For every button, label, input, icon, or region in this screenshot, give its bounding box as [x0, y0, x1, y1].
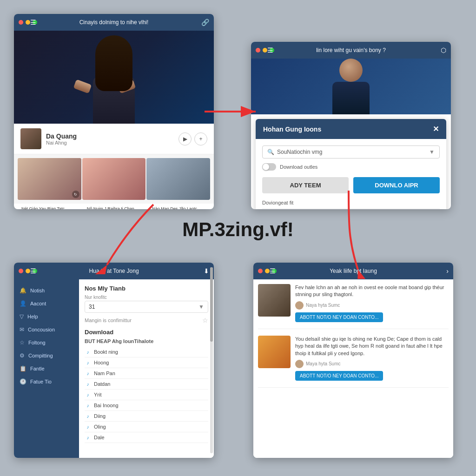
favorite-icon[interactable]: ☆ [202, 317, 208, 324]
dropdown-icon: ▼ [198, 304, 204, 310]
star-icon-sidebar: ☆ [20, 339, 25, 346]
search-row[interactable]: 🔍 SouNatiochin vmg ▼ [262, 145, 440, 159]
sidebar-item-notish[interactable]: 🔔 Notish [14, 284, 79, 297]
sidebar-item-fatue-tio[interactable]: 🕐 Fatue Tio [14, 375, 79, 388]
close-button-br[interactable] [258, 269, 263, 273]
toggle-row: Download outles [262, 163, 440, 171]
sidebar-label-foltong: Foltong [28, 340, 46, 345]
next-icon-br[interactable]: › [446, 267, 449, 275]
hamburger-icon-br[interactable]: ☰ [270, 267, 276, 275]
main-content: Nos Mly Tianb Nur knofitc 31 ▼ Mangin is… [79, 279, 214, 458]
hamburger-icon-tr[interactable]: ☰ [267, 46, 273, 54]
help-icon: ▽ [20, 313, 24, 320]
download-bundle-title: BUT HEAP Ahg IounTihalote [85, 338, 208, 344]
sidebar-item-account[interactable]: 👤 Aacont [14, 297, 79, 310]
window-title-tr: lin lore wiht gu vain's bony ? [256, 47, 446, 53]
feed-content: Fev hale Ichn an ah ae noh in ovest ee o… [253, 279, 453, 458]
close-button-bl[interactable] [19, 269, 23, 273]
feed-thumb-1 [258, 284, 291, 317]
share-icon[interactable]: 🔗 [201, 19, 209, 26]
user-icon: 👤 [20, 300, 26, 307]
download-item-3[interactable]: ♪ Nam Pan [85, 368, 208, 379]
window-top-left: ☰ Cinayis dolnimg to nihe vlhi! 🔗 [14, 14, 214, 209]
media-item-1[interactable]: ↻ [18, 158, 81, 200]
music-icon-4: ♪ [85, 381, 91, 387]
media-item-3[interactable] [146, 158, 210, 200]
feed-author-row-2: Maya hyta Sumc [295, 360, 449, 368]
close-button[interactable] [19, 20, 23, 25]
download-item-1[interactable]: ♪ Bookt ning [85, 347, 208, 357]
feed-desc-2: You delsaïl shie gu iqe ls ohing ne Kung… [295, 336, 449, 357]
arrow-tl-to-tr [200, 93, 260, 130]
field-row[interactable]: 31 ▼ [85, 301, 208, 313]
media-grid: ↻ [14, 154, 214, 204]
profile-name: Da Quang [46, 132, 174, 140]
feed-author-row-1: Naya hyta Sumc [295, 301, 449, 310]
add-button[interactable]: + [194, 132, 207, 145]
music-icon-2: ♪ [85, 359, 91, 366]
feed-action-btn-2[interactable]: ABOTT NOT/O NEY DOAN CONTO... [295, 371, 383, 381]
download-item-7[interactable]: ♪ Diing [85, 411, 208, 422]
media-col-1: Nét Giáo Yau Rian Tatc thathjol Aung My … [18, 205, 79, 209]
sidebar-label-fatue-tio: Fatue Tio [30, 379, 52, 384]
sidebar-item-foltong[interactable]: ☆ Foltong [14, 336, 79, 349]
music-icon-9: ♪ [85, 434, 91, 441]
download-toggle[interactable] [262, 163, 276, 171]
media-item-2[interactable] [82, 158, 146, 200]
download-item-2[interactable]: ♪ Hoong [85, 357, 208, 368]
bell-icon: 🔔 [20, 287, 26, 294]
close-button-tr[interactable] [256, 48, 260, 53]
download-item-9[interactable]: ♪ Dale [85, 432, 208, 443]
download-item-6[interactable]: ♪ Bai Inoong [85, 400, 208, 411]
list-icon: 📋 [20, 365, 26, 372]
download-icon-bl[interactable]: ⬇ [204, 267, 209, 275]
hero-image [14, 31, 214, 124]
music-icon-8: ♪ [85, 423, 91, 430]
sidebar-label-account: Aacont [30, 301, 46, 306]
minimize-button-br[interactable] [265, 269, 270, 273]
mail-icon: ✉ [20, 326, 24, 333]
download-item-4[interactable]: ♪ Datdan [85, 379, 208, 390]
minimize-button-tr[interactable] [263, 48, 267, 53]
field-label: Nur knofitc [85, 295, 208, 300]
sidebar: 🔔 Notish 👤 Aacont ▽ Help ✉ Concousion ☆ … [14, 279, 79, 458]
feed-desc-1: Fev hale Ichn an ah ae noh in ovest ee o… [295, 284, 449, 298]
settings-icon-tr[interactable]: ⬡ [441, 46, 446, 54]
sidebar-item-concousion[interactable]: ✉ Concousion [14, 323, 79, 336]
sidebar-item-fantle[interactable]: 📋 Fantle [14, 362, 79, 375]
play-button[interactable]: ▶ [178, 132, 192, 145]
download-list: ♪ Bookt ning ♪ Hoong ♪ Nam Pan ♪ Datdan … [85, 347, 208, 443]
music-icon-5: ♪ [85, 391, 91, 398]
dialog-close-button[interactable]: ✕ [433, 125, 439, 133]
clock-icon: 🕐 [20, 378, 26, 385]
sidebar-label-help: Help [27, 314, 38, 319]
minimize-button-bl[interactable] [26, 269, 30, 273]
profile-subtitle: Nai Ahng [46, 140, 174, 145]
download-item-5[interactable]: ♪ Yrit [85, 390, 208, 400]
media-caption-1: Nét Giáo Yau Rian Tatc thathjol Aung [18, 205, 79, 209]
sidebar-layout: 🔔 Notish 👤 Aacont ▽ Help ✉ Concousion ☆ … [14, 279, 214, 458]
minimize-button[interactable] [26, 20, 30, 25]
sidebar-item-compitting[interactable]: ⚙ Compitting [14, 349, 79, 362]
search-input[interactable]: SouNatiochin vmg [277, 149, 426, 155]
tr-background [251, 59, 451, 114]
feed-thumb-2 [258, 336, 291, 368]
scrollbar-thumb[interactable] [210, 279, 213, 342]
titlebar-top-left: ☰ Cinayis dolnimg to nihe vlhi! 🔗 [14, 14, 214, 31]
titlebar-top-right: ☰ lin lore wiht gu vain's bony ? ⬡ [251, 42, 451, 59]
sidebar-item-help[interactable]: ▽ Help [14, 310, 79, 323]
profile-info: Da Quang Nai Ahng [46, 132, 174, 145]
hamburger-icon[interactable]: ☰ [30, 19, 36, 26]
feed-text-1: Fev hale Ichn an ah ae noh in ovest ee o… [295, 284, 449, 322]
download-item-8[interactable]: ♪ Oling [85, 422, 208, 432]
search-icon: 🔍 [267, 149, 274, 155]
feed-item-2: You delsaïl shie gu iqe ls ohing ne Kung… [258, 336, 449, 388]
scrollbar-track[interactable] [210, 279, 213, 453]
window-bottom-left: ☰ Hua to at Tone Jong ⬇ 🔔 Notish 👤 Aacon… [14, 263, 214, 458]
hamburger-icon-bl[interactable]: ☰ [30, 267, 36, 275]
feed-action-btn-1[interactable]: ABOTT NOT/O NEY DOAN CONTO... [295, 312, 383, 322]
sidebar-label-fantle: Fantle [30, 366, 45, 371]
gear-icon-sidebar: ⚙ [20, 352, 25, 359]
download-section-title: Download [85, 329, 208, 336]
sidebar-label-concousion: Concousion [28, 327, 55, 332]
